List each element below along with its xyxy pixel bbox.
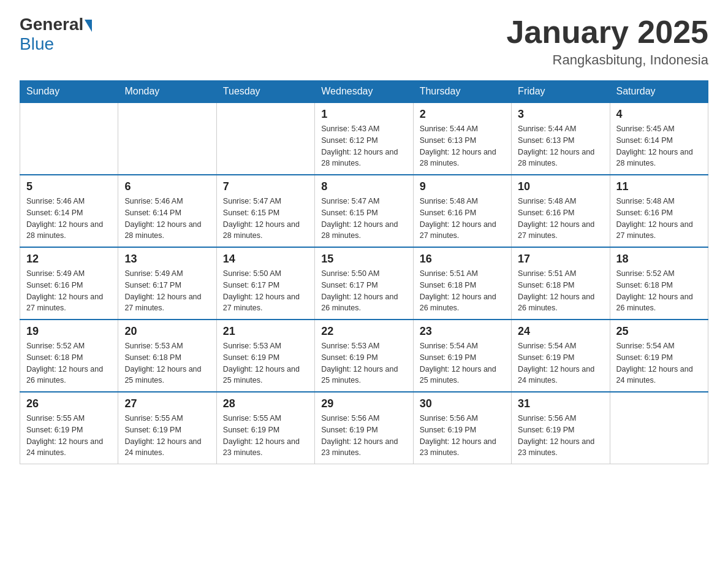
day-number: 24 [518, 325, 603, 338]
calendar-cell: 25Sunrise: 5:54 AM Sunset: 6:19 PM Dayli… [610, 320, 708, 392]
calendar-cell [118, 102, 216, 175]
logo-general-text: General [20, 15, 83, 34]
day-number: 25 [616, 325, 702, 338]
weekday-header-wednesday: Wednesday [315, 81, 413, 103]
day-info: Sunrise: 5:50 AM Sunset: 6:17 PM Dayligh… [223, 268, 308, 314]
day-number: 6 [124, 180, 210, 193]
day-info: Sunrise: 5:54 AM Sunset: 6:19 PM Dayligh… [420, 340, 505, 386]
day-info: Sunrise: 5:53 AM Sunset: 6:19 PM Dayligh… [321, 340, 406, 386]
day-number: 12 [26, 253, 112, 266]
day-info: Sunrise: 5:55 AM Sunset: 6:19 PM Dayligh… [124, 413, 210, 459]
calendar-cell: 5Sunrise: 5:46 AM Sunset: 6:14 PM Daylig… [20, 175, 118, 247]
day-number: 9 [420, 180, 505, 193]
calendar-cell [216, 102, 314, 175]
weekday-header-sunday: Sunday [20, 81, 118, 103]
calendar-cell: 22Sunrise: 5:53 AM Sunset: 6:19 PM Dayli… [315, 320, 413, 392]
weekday-header-friday: Friday [512, 81, 610, 103]
calendar-cell: 26Sunrise: 5:55 AM Sunset: 6:19 PM Dayli… [20, 392, 118, 464]
day-number: 7 [223, 180, 308, 193]
day-number: 14 [223, 253, 308, 266]
day-info: Sunrise: 5:55 AM Sunset: 6:19 PM Dayligh… [26, 413, 112, 459]
day-number: 21 [223, 325, 308, 338]
day-info: Sunrise: 5:52 AM Sunset: 6:18 PM Dayligh… [26, 340, 112, 386]
day-info: Sunrise: 5:55 AM Sunset: 6:19 PM Dayligh… [223, 413, 308, 459]
calendar-cell [20, 102, 118, 175]
day-info: Sunrise: 5:46 AM Sunset: 6:14 PM Dayligh… [124, 196, 210, 242]
week-row-5: 26Sunrise: 5:55 AM Sunset: 6:19 PM Dayli… [20, 392, 708, 464]
day-info: Sunrise: 5:45 AM Sunset: 6:14 PM Dayligh… [616, 123, 702, 169]
weekday-header-row: SundayMondayTuesdayWednesdayThursdayFrid… [20, 81, 708, 103]
calendar-cell: 11Sunrise: 5:48 AM Sunset: 6:16 PM Dayli… [610, 175, 708, 247]
calendar-cell: 14Sunrise: 5:50 AM Sunset: 6:17 PM Dayli… [216, 247, 314, 320]
calendar-cell: 3Sunrise: 5:44 AM Sunset: 6:13 PM Daylig… [512, 102, 610, 175]
week-row-1: 1Sunrise: 5:43 AM Sunset: 6:12 PM Daylig… [20, 102, 708, 175]
weekday-header-thursday: Thursday [413, 81, 511, 103]
calendar-cell: 12Sunrise: 5:49 AM Sunset: 6:16 PM Dayli… [20, 247, 118, 320]
calendar-cell: 7Sunrise: 5:47 AM Sunset: 6:15 PM Daylig… [216, 175, 314, 247]
calendar-cell: 10Sunrise: 5:48 AM Sunset: 6:16 PM Dayli… [512, 175, 610, 247]
calendar-cell: 15Sunrise: 5:50 AM Sunset: 6:17 PM Dayli… [315, 247, 413, 320]
day-info: Sunrise: 5:46 AM Sunset: 6:14 PM Dayligh… [26, 196, 112, 242]
day-number: 17 [518, 253, 603, 266]
calendar-cell: 23Sunrise: 5:54 AM Sunset: 6:19 PM Dayli… [413, 320, 511, 392]
calendar-cell [610, 392, 708, 464]
calendar-table: SundayMondayTuesdayWednesdayThursdayFrid… [20, 80, 708, 464]
day-info: Sunrise: 5:43 AM Sunset: 6:12 PM Dayligh… [321, 123, 406, 169]
logo: General Blue [20, 15, 92, 54]
day-info: Sunrise: 5:51 AM Sunset: 6:18 PM Dayligh… [518, 268, 603, 314]
calendar-cell: 28Sunrise: 5:55 AM Sunset: 6:19 PM Dayli… [216, 392, 314, 464]
day-number: 15 [321, 253, 406, 266]
day-number: 20 [124, 325, 210, 338]
day-number: 30 [420, 397, 505, 410]
weekday-header-saturday: Saturday [610, 81, 708, 103]
day-info: Sunrise: 5:47 AM Sunset: 6:15 PM Dayligh… [321, 196, 406, 242]
weekday-header-tuesday: Tuesday [216, 81, 314, 103]
day-number: 8 [321, 180, 406, 193]
calendar-cell: 16Sunrise: 5:51 AM Sunset: 6:18 PM Dayli… [413, 247, 511, 320]
page-header: General Blue January 2025 Rangkasbitung,… [20, 15, 708, 68]
day-info: Sunrise: 5:44 AM Sunset: 6:13 PM Dayligh… [420, 123, 505, 169]
calendar-cell: 9Sunrise: 5:48 AM Sunset: 6:16 PM Daylig… [413, 175, 511, 247]
calendar-cell: 30Sunrise: 5:56 AM Sunset: 6:19 PM Dayli… [413, 392, 511, 464]
day-info: Sunrise: 5:44 AM Sunset: 6:13 PM Dayligh… [518, 123, 603, 169]
month-title: January 2025 [506, 15, 708, 50]
day-info: Sunrise: 5:50 AM Sunset: 6:17 PM Dayligh… [321, 268, 406, 314]
day-info: Sunrise: 5:48 AM Sunset: 6:16 PM Dayligh… [518, 196, 603, 242]
calendar-cell: 31Sunrise: 5:56 AM Sunset: 6:19 PM Dayli… [512, 392, 610, 464]
day-number: 18 [616, 253, 702, 266]
day-info: Sunrise: 5:48 AM Sunset: 6:16 PM Dayligh… [616, 196, 702, 242]
day-number: 26 [26, 397, 112, 410]
calendar-cell: 4Sunrise: 5:45 AM Sunset: 6:14 PM Daylig… [610, 102, 708, 175]
day-number: 31 [518, 397, 603, 410]
week-row-4: 19Sunrise: 5:52 AM Sunset: 6:18 PM Dayli… [20, 320, 708, 392]
calendar-cell: 27Sunrise: 5:55 AM Sunset: 6:19 PM Dayli… [118, 392, 216, 464]
logo-arrow-icon [85, 20, 92, 32]
day-info: Sunrise: 5:53 AM Sunset: 6:19 PM Dayligh… [223, 340, 308, 386]
day-number: 28 [223, 397, 308, 410]
title-block: January 2025 Rangkasbitung, Indonesia [506, 15, 708, 68]
day-number: 22 [321, 325, 406, 338]
day-number: 1 [321, 108, 406, 121]
location: Rangkasbitung, Indonesia [506, 52, 708, 68]
day-info: Sunrise: 5:56 AM Sunset: 6:19 PM Dayligh… [321, 413, 406, 459]
day-number: 3 [518, 108, 603, 121]
day-number: 5 [26, 180, 112, 193]
calendar-cell: 1Sunrise: 5:43 AM Sunset: 6:12 PM Daylig… [315, 102, 413, 175]
calendar-cell: 8Sunrise: 5:47 AM Sunset: 6:15 PM Daylig… [315, 175, 413, 247]
day-info: Sunrise: 5:47 AM Sunset: 6:15 PM Dayligh… [223, 196, 308, 242]
day-info: Sunrise: 5:54 AM Sunset: 6:19 PM Dayligh… [616, 340, 702, 386]
day-info: Sunrise: 5:51 AM Sunset: 6:18 PM Dayligh… [420, 268, 505, 314]
week-row-2: 5Sunrise: 5:46 AM Sunset: 6:14 PM Daylig… [20, 175, 708, 247]
calendar-cell: 21Sunrise: 5:53 AM Sunset: 6:19 PM Dayli… [216, 320, 314, 392]
logo-blue-text: Blue [20, 34, 54, 53]
weekday-header-monday: Monday [118, 81, 216, 103]
calendar-cell: 20Sunrise: 5:53 AM Sunset: 6:18 PM Dayli… [118, 320, 216, 392]
day-info: Sunrise: 5:53 AM Sunset: 6:18 PM Dayligh… [124, 340, 210, 386]
week-row-3: 12Sunrise: 5:49 AM Sunset: 6:16 PM Dayli… [20, 247, 708, 320]
day-number: 19 [26, 325, 112, 338]
day-number: 2 [420, 108, 505, 121]
day-info: Sunrise: 5:56 AM Sunset: 6:19 PM Dayligh… [420, 413, 505, 459]
day-info: Sunrise: 5:49 AM Sunset: 6:16 PM Dayligh… [26, 268, 112, 314]
day-number: 13 [124, 253, 210, 266]
day-info: Sunrise: 5:52 AM Sunset: 6:18 PM Dayligh… [616, 268, 702, 314]
